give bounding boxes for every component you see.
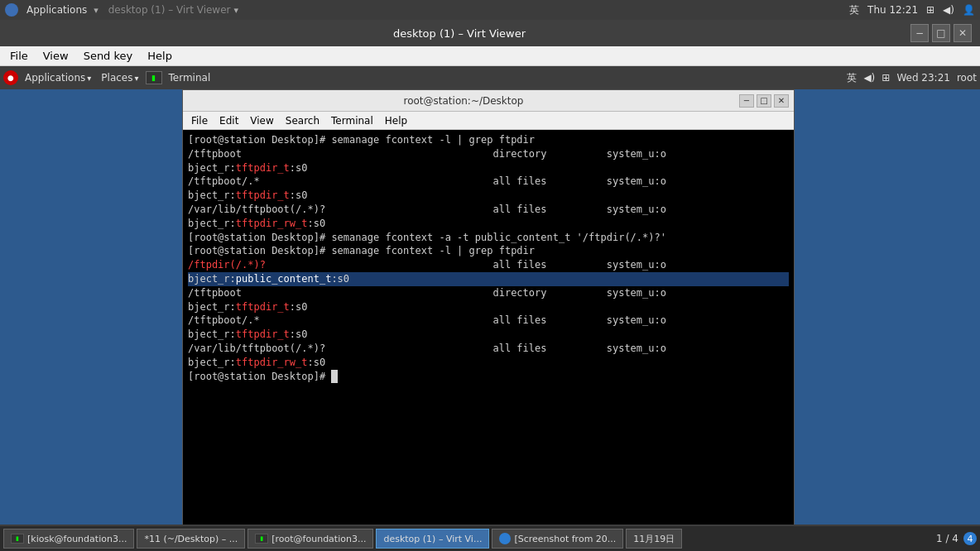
term-line-7: bject_r:tftpdir_rw_t:s0 bbox=[188, 217, 789, 231]
gnome-terminal-taskbar-icon[interactable]: ▮ bbox=[146, 71, 162, 84]
fedora-logo-icon bbox=[5, 3, 18, 17]
gnome-lang-indicator: 英 bbox=[847, 71, 857, 85]
outer-tb-11-label: *11 (~/Desktop) – ... bbox=[144, 534, 238, 544]
root-term-icon: ▮ bbox=[255, 534, 268, 544]
minimize-button[interactable]: − bbox=[910, 24, 929, 42]
outer-taskbar-right: 英 Thu 12:21 ⊞ ◀) 👤 bbox=[849, 3, 975, 17]
term-line-5: bject_r:tftpdir_t:s0 bbox=[188, 189, 789, 203]
term-line-15: bject_r:tftpdir_t:s0 bbox=[188, 328, 789, 342]
virt-title-right-controls[interactable]: − □ ✕ bbox=[910, 24, 972, 42]
term-menu-help[interactable]: Help bbox=[380, 114, 412, 127]
term-line-14: /tftpboot/.* all files system_u:o bbox=[188, 314, 789, 328]
outer-taskbar-top: Applications ▾ desktop (1) – Virt Viewer… bbox=[0, 0, 980, 20]
outer-tb-desktop-label: desktop (1) – Virt Vi... bbox=[383, 534, 482, 544]
outer-lang-indicator: 英 bbox=[849, 3, 859, 17]
outer-tb-btn-desktop[interactable]: desktop (1) – Virt Vi... bbox=[376, 529, 489, 549]
term-menu-view[interactable]: View bbox=[245, 114, 278, 127]
term-line-11-highlighted: bject_r:public_content_t:s0 bbox=[188, 272, 789, 286]
gnome-applications-button[interactable]: Applications ▾ bbox=[22, 70, 94, 85]
terminal-window: root@station:~/Desktop − □ ✕ File Edit V… bbox=[182, 89, 795, 551]
gnome-places-button[interactable]: Places ▾ bbox=[98, 70, 142, 85]
terminal-title-right[interactable]: − □ ✕ bbox=[739, 94, 789, 108]
virt-viewer-menu: File View Send key Help bbox=[0, 46, 980, 66]
term-line-6: /var/lib/tftpboot(/.*)? all files system… bbox=[188, 203, 789, 217]
outer-taskbar-left: Applications ▾ desktop (1) – Virt Viewer… bbox=[5, 2, 238, 17]
term-line-12: /tftpboot directory system_u:o bbox=[188, 286, 789, 300]
outer-tb-btn-root[interactable]: ▮ [root@foundation3... bbox=[247, 529, 373, 549]
term-line-4: /tftpboot/.* all files system_u:o bbox=[188, 175, 789, 189]
close-button[interactable]: ✕ bbox=[954, 24, 972, 42]
gnome-panel-top: ● Applications ▾ Places ▾ ▮ Terminal 英 ◀… bbox=[0, 66, 980, 89]
gnome-apps-label: Applications bbox=[25, 72, 85, 84]
gnome-net-icon[interactable]: ⊞ bbox=[882, 72, 890, 84]
gnome-panel-right: 英 ◀) ⊞ Wed 23:21 root bbox=[847, 71, 977, 85]
term-menu-search[interactable]: Search bbox=[281, 114, 324, 127]
virt-title-bar: desktop (1) – Virt Viewer − □ ✕ bbox=[0, 20, 980, 46]
terminal-close-button[interactable]: ✕ bbox=[774, 94, 789, 108]
gnome-places-label: Places bbox=[101, 72, 132, 84]
maximize-button[interactable]: □ bbox=[932, 24, 950, 42]
outer-applications-button[interactable]: Applications bbox=[23, 2, 90, 17]
outer-dropdown-icon: ▾ bbox=[94, 5, 98, 16]
gnome-places-arrow: ▾ bbox=[135, 74, 139, 83]
gnome-panel-left: ● Applications ▾ Places ▾ ▮ Terminal bbox=[3, 70, 214, 85]
outer-tb-screenshot1-label: [Screenshot from 20... bbox=[514, 534, 616, 544]
globe-icon bbox=[499, 533, 511, 544]
gnome-apps-arrow: ▾ bbox=[87, 74, 91, 83]
terminal-maximize-button[interactable]: □ bbox=[757, 94, 771, 108]
term-line-9: [root@station Desktop]# semanage fcontex… bbox=[188, 244, 789, 258]
outer-screen-icon[interactable]: ⊞ bbox=[926, 4, 934, 16]
term-menu-terminal[interactable]: Terminal bbox=[326, 114, 378, 127]
outer-pager-badge-label: 4 bbox=[968, 534, 973, 544]
outer-user-icon[interactable]: 👤 bbox=[963, 4, 975, 16]
outer-clock: Thu 12:21 bbox=[867, 4, 918, 16]
outer-tb-btn-calendar[interactable]: 11月19日 bbox=[626, 529, 682, 549]
term-line-18: [root@station Desktop]# bbox=[188, 370, 789, 384]
gnome-terminal-label[interactable]: Terminal bbox=[166, 70, 214, 85]
outer-taskbar-bottom: ▮ [kiosk@foundation3... *11 (~/Desktop) … bbox=[0, 526, 980, 551]
virt-title-text: desktop (1) – Virt Viewer bbox=[8, 27, 910, 40]
gnome-clock: Wed 23:21 bbox=[896, 72, 950, 84]
gnome-desktop: ● Applications ▾ Places ▾ ▮ Terminal 英 ◀… bbox=[0, 66, 980, 551]
terminal-minimize-button[interactable]: − bbox=[739, 94, 754, 108]
kiosk-term-icon: ▮ bbox=[11, 534, 24, 544]
outer-tb-root-label: [root@foundation3... bbox=[271, 534, 366, 544]
term-line-3: bject_r:tftpdir_t:s0 bbox=[188, 161, 789, 175]
outer-vol-icon[interactable]: ◀) bbox=[943, 4, 954, 16]
terminal-menu: File Edit View Search Terminal Help bbox=[183, 112, 794, 130]
terminal-body[interactable]: [root@station Desktop]# semanage fcontex… bbox=[183, 130, 794, 551]
virt-viewer-window: desktop (1) – Virt Viewer − □ ✕ File Vie… bbox=[0, 20, 980, 551]
virt-menu-view[interactable]: View bbox=[36, 48, 75, 64]
outer-taskbar-window-title: desktop (1) – Virt Viewer bbox=[108, 4, 231, 16]
term-menu-edit[interactable]: Edit bbox=[214, 114, 243, 127]
outer-tb-btn-screenshot1[interactable]: [Screenshot from 20... bbox=[492, 529, 623, 549]
gnome-vol-icon[interactable]: ◀) bbox=[863, 72, 875, 84]
virt-menu-sendkey[interactable]: Send key bbox=[77, 48, 140, 64]
term-line-17: bject_r:tftpdir_rw_t:s0 bbox=[188, 356, 789, 370]
term-line-13: bject_r:tftpdir_t:s0 bbox=[188, 300, 789, 314]
gnome-user-label[interactable]: root bbox=[957, 72, 977, 84]
terminal-titlebar: root@station:~/Desktop − □ ✕ bbox=[183, 90, 794, 112]
terminal-title-text: root@station:~/Desktop bbox=[188, 95, 739, 107]
outer-pager-text: 1 / 4 bbox=[936, 533, 958, 544]
outer-tb-kiosk-label: [kiosk@foundation3... bbox=[27, 534, 127, 544]
term-line-16: /var/lib/tftpboot(/.*)? all files system… bbox=[188, 342, 789, 356]
outer-tb-btn-11[interactable]: *11 (~/Desktop) – ... bbox=[137, 529, 245, 549]
term-line-8: [root@station Desktop]# semanage fcontex… bbox=[188, 231, 789, 245]
term-line-1: [root@station Desktop]# semanage fcontex… bbox=[188, 133, 789, 147]
virt-menu-help[interactable]: Help bbox=[141, 48, 179, 64]
term-menu-file[interactable]: File bbox=[186, 114, 213, 127]
gnome-fedora-icon: ● bbox=[3, 70, 18, 85]
term-line-10: /ftpdir(/.*)? all files system_u:o bbox=[188, 258, 789, 272]
outer-tb-calendar-label: 11月19日 bbox=[633, 533, 675, 545]
outer-pager-badge[interactable]: 4 bbox=[963, 532, 977, 545]
virt-menu-file[interactable]: File bbox=[3, 48, 35, 64]
term-line-2: /tftpboot directory system_u:o bbox=[188, 147, 789, 161]
outer-pager: 1 / 4 4 bbox=[936, 532, 977, 545]
outer-tb-btn-kiosk[interactable]: ▮ [kiosk@foundation3... bbox=[3, 529, 134, 549]
outer-window-dropdown-icon: ▾ bbox=[234, 5, 239, 16]
